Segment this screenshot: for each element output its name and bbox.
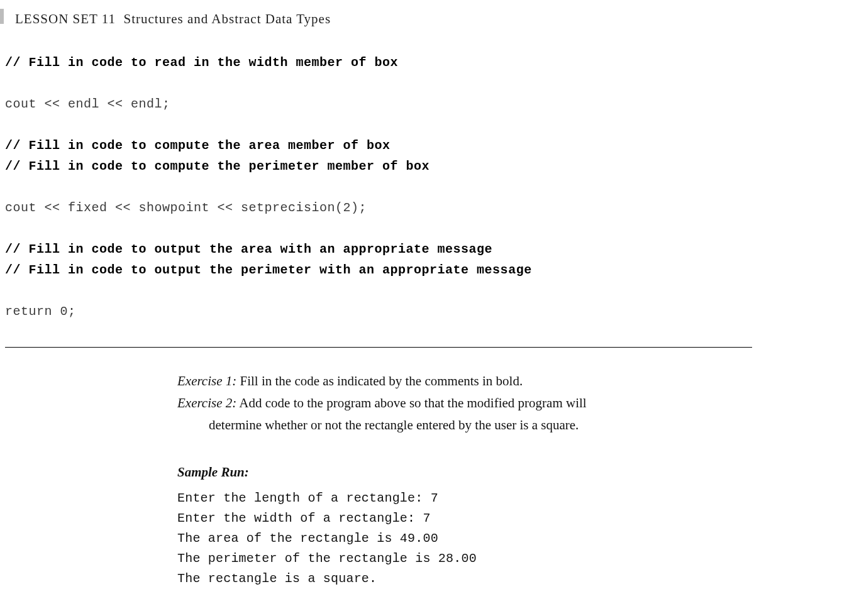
lesson-set-label: LESSON SET [15, 11, 98, 26]
header-accent [0, 9, 4, 24]
exercise-section: Exercise 1: Fill in the code as indicate… [177, 370, 712, 589]
exercise-2-text: Add code to the program above so that th… [236, 395, 586, 410]
exercise-2: Exercise 2: Add code to the program abov… [177, 392, 712, 414]
code-blank [5, 114, 859, 135]
exercise-1-label: Exercise 1: [177, 373, 236, 388]
exercise-1: Exercise 1: Fill in the code as indicate… [177, 370, 712, 392]
page-header: LESSON SET 11 Structures and Abstract Da… [0, 0, 859, 27]
sample-line: Enter the length of a rectangle: 7 [177, 488, 712, 509]
sample-line: Enter the width of a rectangle: 7 [177, 509, 712, 529]
code-blank [5, 280, 859, 301]
code-comment: // Fill in code to compute the area memb… [5, 135, 859, 156]
code-comment: // Fill in code to read in the width mem… [5, 52, 859, 73]
sample-line: The area of the rectangle is 49.00 [177, 529, 712, 549]
sample-run-label: Sample Run: [177, 461, 712, 483]
lesson-number: 11 [102, 11, 116, 26]
code-block: // Fill in code to read in the width mem… [5, 52, 859, 322]
code-statement: cout << fixed << showpoint << setprecisi… [5, 197, 859, 218]
code-blank [5, 177, 859, 197]
sample-output: Enter the length of a rectangle: 7 Enter… [177, 488, 712, 589]
exercise-2-label: Exercise 2: [177, 395, 236, 410]
exercise-1-text: Fill in the code as indicated by the com… [236, 373, 523, 388]
sample-line: The rectangle is a square. [177, 569, 712, 589]
code-statement: cout << endl << endl; [5, 94, 859, 114]
section-divider [5, 347, 752, 348]
code-comment: // Fill in code to output the area with … [5, 239, 859, 260]
code-blank [5, 73, 859, 94]
exercise-2-cont: determine whether or not the rectangle e… [177, 414, 712, 436]
code-statement: return 0; [5, 301, 859, 322]
code-comment: // Fill in code to output the perimeter … [5, 260, 859, 280]
code-blank [5, 218, 859, 239]
sample-line: The perimeter of the rectangle is 28.00 [177, 549, 712, 569]
lesson-title: Structures and Abstract Data Types [124, 11, 331, 26]
code-comment: // Fill in code to compute the perimeter… [5, 156, 859, 177]
